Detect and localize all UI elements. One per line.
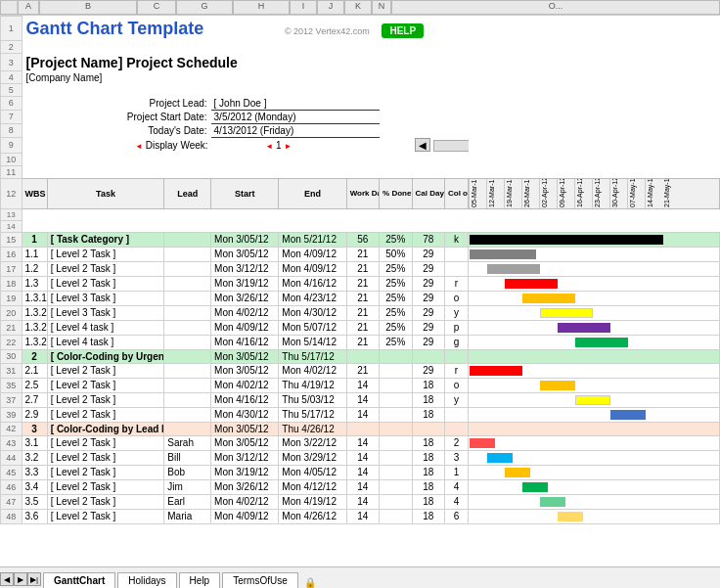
work-35: 14 (346, 378, 379, 392)
pct-21: 25% (380, 320, 412, 335)
gantt-date-8: 30-Apr-12 (609, 179, 627, 208)
pct-header: % Done (380, 178, 412, 208)
row-9: 9 ◄ Display Week: ◄ 1 ► ◀ (1, 137, 720, 153)
tab-help[interactable]: Help (179, 572, 221, 588)
color-18: r (445, 276, 469, 291)
sheet-options-icon[interactable]: 🔒 (304, 577, 316, 588)
lead-16 (164, 247, 211, 261)
work-19: 21 (346, 291, 379, 305)
work-45: 14 (346, 465, 379, 479)
col-gantt-header: O... (391, 0, 720, 15)
lead-value: [ John Doe ] (211, 97, 380, 111)
start-label: Project Start Date: (22, 110, 211, 123)
row-num-9: 9 (1, 137, 22, 153)
task-31: [ Level 2 Task ] (47, 363, 163, 378)
header-row: 12 WBS Task Lead Start End Work Days % D… (1, 178, 720, 208)
tab-termsofuse[interactable]: TermsOfUse (222, 572, 298, 588)
cal-35: 18 (412, 378, 444, 392)
cal-30 (412, 349, 444, 363)
week-label-text: Display Week: (146, 140, 208, 151)
wbs-43: 3.1 (22, 435, 47, 450)
task-19: [ Level 3 Task ] (47, 291, 163, 305)
wbs-46: 3.4 (22, 479, 47, 494)
task-48: [ Level 2 Task ] (47, 509, 163, 523)
gantt-43 (469, 435, 720, 450)
help-button[interactable]: HELP (382, 23, 424, 38)
task-35: [ Level 2 Task ] (47, 378, 163, 392)
lead-39 (164, 407, 211, 422)
cal-21: 29 (412, 320, 444, 335)
gantt-prev-btn[interactable]: ◀ (415, 138, 430, 152)
row-num-35: 35 (1, 378, 22, 392)
end-46: Mon 4/12/12 (279, 479, 346, 494)
gantt-bar-16 (470, 249, 536, 259)
task-row-18: 18 1.3 [ Level 2 Task ] Mon 3/19/12 Mon … (1, 276, 720, 291)
gantt-date-6: 16-Apr-12 (574, 179, 592, 208)
tab-first-btn[interactable]: ▶| (27, 572, 41, 586)
row-num-18: 18 (1, 276, 22, 291)
title-cell: Gantt Chart Template © 2012 Vertex42.com… (22, 17, 469, 41)
col-N-header: N (372, 0, 391, 15)
task-46: [ Level 2 Task ] (47, 479, 163, 494)
tab-ganttchart[interactable]: GanttChart (43, 572, 115, 588)
gantt-r3-spacer (469, 54, 720, 71)
r11-spacer (22, 165, 720, 178)
work-44: 14 (346, 450, 379, 465)
gantt-bar-46 (522, 482, 548, 492)
task-row-19: 19 1.3.1 [ Level 3 Task ] Mon 3/26/12 Mo… (1, 291, 720, 305)
end-16: Mon 4/09/12 (279, 247, 346, 261)
end-47: Mon 4/19/12 (279, 494, 346, 509)
start-47: Mon 4/02/12 (211, 494, 279, 509)
pct-31 (380, 363, 412, 378)
gantt-48 (469, 509, 720, 523)
start-header: Start (211, 178, 279, 208)
lead-31 (164, 363, 211, 378)
row-num-48: 48 (1, 509, 22, 523)
week-value: ◄ 1 ► (211, 137, 347, 153)
gantt-scrollbar[interactable] (433, 140, 469, 152)
row-13: 13 (1, 208, 720, 220)
row-7: 7 Project Start Date: 3/5/2012 (Monday) (1, 110, 720, 123)
work-43: 14 (346, 435, 379, 450)
gantt-date-3: 26-Mar-12 (521, 179, 539, 208)
task-17: [ Level 2 Task ] (47, 261, 163, 276)
arrow-left-small: ◄ (135, 142, 143, 151)
tab-next-btn[interactable]: ▶ (14, 572, 27, 586)
lead-45: Bob (164, 465, 211, 479)
gantt-37 (469, 392, 720, 407)
color-31: r (445, 363, 469, 378)
lead-15 (164, 232, 211, 247)
tab-holidays[interactable]: Holidays (117, 572, 176, 588)
end-21: Mon 5/07/12 (279, 320, 346, 335)
work-17: 21 (346, 261, 379, 276)
work-15: 56 (346, 232, 379, 247)
start-45: Mon 3/19/12 (211, 465, 279, 479)
task-row-42: 42 3 [ Color-Coding by Lead Name ] Mon 3… (1, 422, 720, 435)
task-row-47: 47 3.5 [ Level 2 Task ] Earl Mon 4/02/12… (1, 494, 720, 509)
cal-48: 18 (412, 509, 444, 523)
wbs-16: 1.1 (22, 247, 47, 261)
row-5-spacer (22, 84, 720, 97)
gantt-date-5: 09-Apr-12 (557, 179, 574, 208)
start-42: Mon 3/05/12 (211, 422, 279, 435)
gantt-bar-18 (505, 279, 558, 289)
color-46: 4 (445, 479, 469, 494)
gantt-bar-21 (558, 323, 610, 333)
color-44: 3 (445, 450, 469, 465)
wbs-44: 3.2 (22, 450, 47, 465)
tab-prev-btn[interactable]: ◀ (0, 572, 14, 586)
col-C-header: C (137, 0, 176, 15)
lead-30 (164, 349, 211, 363)
week-num: 1 (276, 140, 282, 151)
start-39: Mon 4/30/12 (211, 407, 279, 422)
wbs-21: 1.3.2.1 (22, 320, 47, 335)
cal-20: 29 (412, 305, 444, 320)
wbs-17: 1.2 (22, 261, 47, 276)
task-row-43: 43 3.1 [ Level 2 Task ] Sarah Mon 3/05/1… (1, 435, 720, 450)
start-37: Mon 4/16/12 (211, 392, 279, 407)
gantt-date-1: 12-Mar-12 (486, 179, 504, 208)
end-37: Thu 5/03/12 (279, 392, 346, 407)
task-21: [ Level 4 task ] (47, 320, 163, 335)
row-4: 4 [Company Name] (1, 71, 720, 84)
gantt-date-2: 19-Mar-12 (504, 179, 521, 208)
